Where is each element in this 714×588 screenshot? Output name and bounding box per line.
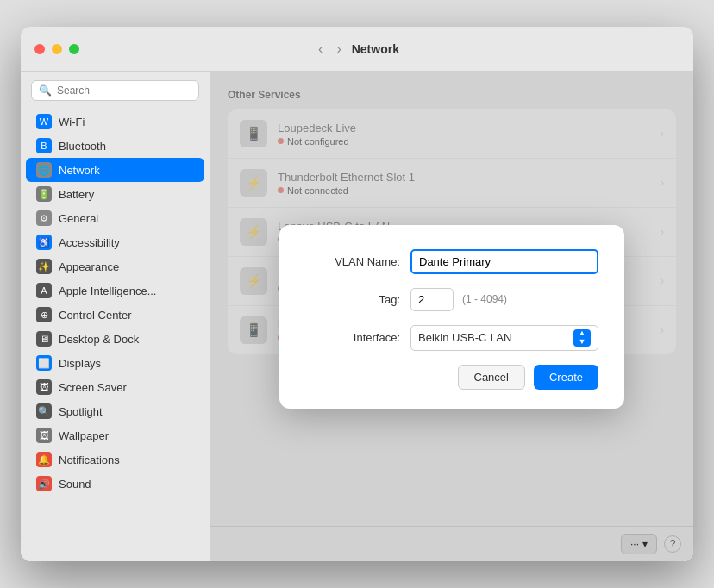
sidebar: 🔍 W Wi-Fi B Bluetooth 🌐 Network 🔋 Batter… — [21, 72, 210, 561]
title-bar: ‹ › Network — [21, 27, 693, 72]
tag-label: Tag: — [305, 293, 400, 306]
sidebar-label-bluetooth: Bluetooth — [59, 140, 106, 153]
dialog-buttons: Cancel Create — [305, 365, 598, 390]
apple-intelligence-icon: A — [36, 283, 52, 298]
sidebar-label-notifications: Notifications — [59, 454, 120, 466]
interface-label: Interface: — [305, 331, 400, 344]
sidebar-item-sound[interactable]: 🔊 Sound — [26, 472, 204, 496]
spotlight-icon: 🔍 — [36, 403, 52, 419]
sidebar-item-network[interactable]: 🌐 Network — [26, 158, 204, 182]
sidebar-label-sound: Sound — [59, 478, 91, 491]
window-title: Network — [352, 42, 399, 56]
sidebar-item-spotlight[interactable]: 🔍 Spotlight — [26, 399, 204, 423]
sound-icon: 🔊 — [36, 476, 52, 491]
vlan-name-label: VLAN Name: — [305, 255, 400, 268]
stepper-down-icon: ▼ — [579, 338, 586, 346]
sidebar-label-screen-saver: Screen Saver — [59, 381, 127, 394]
minimize-button[interactable] — [52, 44, 62, 54]
sidebar-label-appearance: Appearance — [59, 260, 119, 273]
interface-stepper[interactable]: ▲ ▼ — [573, 329, 591, 347]
sidebar-item-wifi[interactable]: W Wi-Fi — [26, 109, 204, 134]
close-button[interactable] — [34, 44, 45, 54]
stepper-up-icon: ▲ — [579, 329, 586, 337]
sidebar-item-notifications[interactable]: 🔔 Notifications — [26, 447, 204, 472]
sidebar-label-displays: Displays — [59, 357, 101, 370]
search-icon: 🔍 — [39, 84, 52, 97]
sidebar-label-control-center: Control Center — [59, 309, 132, 322]
vlan-name-input[interactable] — [410, 249, 598, 274]
maximize-button[interactable] — [69, 44, 79, 54]
sidebar-label-desktop-dock: Desktop & Dock — [59, 333, 139, 346]
wallpaper-icon: 🖼 — [36, 428, 52, 443]
sidebar-item-accessibility[interactable]: ♿ Accessibility — [26, 230, 204, 254]
tag-range: (1 - 4094) — [462, 293, 507, 305]
content-area: 🔍 W Wi-Fi B Bluetooth 🌐 Network 🔋 Batter… — [21, 72, 693, 561]
search-input[interactable] — [57, 84, 191, 97]
sidebar-label-wallpaper: Wallpaper — [59, 429, 109, 442]
traffic-lights — [34, 44, 79, 54]
sidebar-item-screen-saver[interactable]: 🖼 Screen Saver — [26, 375, 204, 399]
sidebar-item-appearance[interactable]: ✨ Appearance — [26, 254, 204, 278]
tag-row: Tag: (1 - 4094) — [305, 288, 598, 311]
dialog-overlay: VLAN Name: Tag: (1 - 4094) Interface: — [210, 72, 693, 561]
screen-saver-icon: 🖼 — [36, 379, 52, 395]
sidebar-item-wallpaper[interactable]: 🖼 Wallpaper — [26, 423, 204, 447]
create-button[interactable]: Create — [534, 365, 598, 390]
sidebar-label-apple-intelligence: Apple Intelligence... — [59, 285, 156, 297]
network-icon: 🌐 — [36, 162, 52, 178]
main-panel: Other Services 📱 Loupedeck Live Not conf… — [210, 72, 693, 561]
sidebar-label-accessibility: Accessibility — [59, 236, 120, 249]
interface-value: Belkin USB-C LAN — [418, 331, 573, 344]
interface-container[interactable]: Belkin USB-C LAN ▲ ▼ — [410, 325, 598, 351]
tag-container: (1 - 4094) — [410, 288, 598, 311]
sidebar-label-wifi: Wi-Fi — [59, 116, 85, 128]
main-window: ‹ › Network 🔍 W Wi-Fi B Bluetooth 🌐 Netw… — [21, 27, 693, 561]
notifications-icon: 🔔 — [36, 452, 52, 467]
tag-input[interactable] — [410, 288, 454, 311]
wifi-icon: W — [36, 114, 52, 129]
sidebar-item-general[interactable]: ⚙ General — [26, 206, 204, 230]
sidebar-item-bluetooth[interactable]: B Bluetooth — [26, 134, 204, 158]
sidebar-item-displays[interactable]: ⬜ Displays — [26, 351, 204, 375]
sidebar-label-network: Network — [59, 164, 100, 177]
battery-icon: 🔋 — [36, 186, 52, 202]
control-center-icon: ⊕ — [36, 307, 52, 322]
accessibility-icon: ♿ — [36, 235, 52, 250]
desktop-dock-icon: 🖥 — [36, 331, 52, 347]
sidebar-label-battery: Battery — [59, 188, 94, 201]
search-box[interactable]: 🔍 — [31, 80, 199, 101]
vlan-dialog: VLAN Name: Tag: (1 - 4094) Interface: — [279, 225, 624, 409]
cancel-button[interactable]: Cancel — [458, 365, 525, 390]
sidebar-label-spotlight: Spotlight — [59, 405, 103, 418]
sidebar-label-general: General — [59, 212, 98, 225]
general-icon: ⚙ — [36, 210, 52, 226]
vlan-name-row: VLAN Name: — [305, 249, 598, 274]
title-bar-center: ‹ › Network — [315, 40, 399, 59]
sidebar-item-battery[interactable]: 🔋 Battery — [26, 182, 204, 206]
appearance-icon: ✨ — [36, 259, 52, 274]
bluetooth-icon: B — [36, 138, 52, 153]
interface-row: Interface: Belkin USB-C LAN ▲ ▼ — [305, 325, 598, 351]
back-button[interactable]: ‹ — [315, 40, 326, 59]
sidebar-item-control-center[interactable]: ⊕ Control Center — [26, 303, 204, 327]
sidebar-item-apple-intelligence[interactable]: A Apple Intelligence... — [26, 278, 204, 303]
displays-icon: ⬜ — [36, 355, 52, 371]
forward-button[interactable]: › — [333, 40, 344, 59]
sidebar-item-desktop-dock[interactable]: 🖥 Desktop & Dock — [26, 327, 204, 351]
